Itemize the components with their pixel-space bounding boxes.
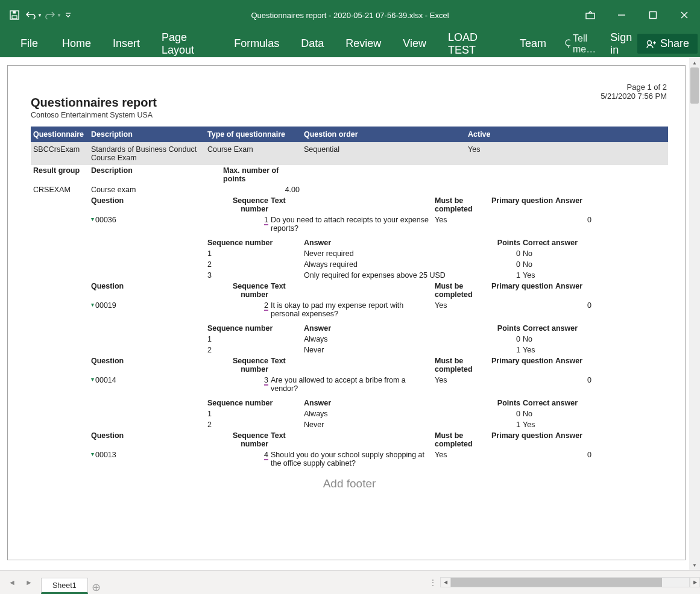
question-text: It is okay to pad my expense report with… <box>271 301 435 318</box>
quick-access-toolbar: ▼ ▼ <box>0 7 72 23</box>
new-sheet-button[interactable]: ⊕ <box>88 581 105 594</box>
lbl-must: Must be completed <box>435 196 491 213</box>
lbl-text: Text <box>271 357 435 365</box>
lbl-question: Question <box>91 357 207 365</box>
validation-tick-icon: ▾ <box>91 301 94 308</box>
lbl-ans-answer: Answer <box>304 399 468 407</box>
tab-formulas[interactable]: Formulas <box>223 31 290 56</box>
ribbon-display-options-button[interactable] <box>575 0 606 30</box>
horizontal-scroll-thumb[interactable] <box>451 578 662 587</box>
minimize-button[interactable] <box>606 0 637 30</box>
lbl-question: Question <box>91 282 207 290</box>
horizontal-scroll-area: ⋮ ◀ ▶ <box>426 571 700 594</box>
lbl-answer: Answer <box>555 282 591 290</box>
tab-home[interactable]: Home <box>51 31 102 56</box>
tab-review[interactable]: Review <box>335 31 392 56</box>
cell-active: Yes <box>468 145 558 154</box>
lbl-text: Text <box>271 282 435 290</box>
answer-correct: No <box>523 249 613 258</box>
answer-row: 1 Never required 0 No <box>31 248 668 259</box>
answer-correct: Yes <box>523 420 613 429</box>
sign-in-button[interactable]: Sign in <box>605 29 637 59</box>
answer-seq: 3 <box>207 271 304 280</box>
lbl-answer: Answer <box>555 196 591 205</box>
scroll-down-button[interactable]: ▼ <box>689 560 700 570</box>
vertical-scrollbar[interactable]: ▲ ▼ <box>689 58 700 570</box>
share-icon <box>646 39 657 49</box>
sheet-nav-last[interactable]: ► <box>20 574 37 591</box>
lbl-seqnum: Sequence number <box>207 357 271 374</box>
answer-points: 0 <box>468 410 523 418</box>
tab-view[interactable]: View <box>392 31 437 56</box>
question-row: ▾00036 1 Do you need to attach receipts … <box>31 214 668 234</box>
close-button[interactable] <box>669 0 700 30</box>
window-controls <box>575 0 700 30</box>
answer-seq: 1 <box>207 410 304 418</box>
page-timestamp: 5/21/2020 7:56 PM <box>601 92 667 101</box>
tell-me-search[interactable]: Tell me… <box>557 30 605 58</box>
lbl-question: Question <box>91 196 207 205</box>
sheet-nav: ◄ ► <box>0 571 41 594</box>
questionnaire-header-row: Questionnaire Description Type of questi… <box>31 127 668 142</box>
lbl-ans-points: Points <box>468 399 523 407</box>
svg-point-9 <box>566 40 570 46</box>
lbl-primary: Primary question <box>491 357 555 365</box>
share-button[interactable]: Share <box>637 34 698 54</box>
svg-rect-4 <box>586 13 594 19</box>
print-page[interactable]: Page 1 of 2 5/21/2020 7:56 PM Questionna… <box>7 65 686 560</box>
sheet-tab-sheet1[interactable]: Sheet1 <box>41 578 88 594</box>
question-answer-val: 0 <box>555 451 591 459</box>
tab-insert[interactable]: Insert <box>102 31 151 56</box>
question-row: ▾00014 3 Are you allowed to accept a bri… <box>31 375 668 394</box>
tab-load-test[interactable]: LOAD TEST <box>437 25 509 63</box>
redo-dropdown-caret: ▼ <box>57 13 61 18</box>
tell-me-label: Tell me… <box>573 33 599 55</box>
maximize-button[interactable] <box>637 0 669 30</box>
question-must: Yes <box>435 376 491 384</box>
vertical-scroll-thumb[interactable] <box>690 67 699 104</box>
add-footer-placeholder[interactable]: Add footer <box>31 477 668 490</box>
save-button[interactable] <box>6 7 23 23</box>
svg-rect-2 <box>13 11 16 14</box>
horizontal-scrollbar[interactable] <box>450 577 690 587</box>
lbl-description: Description <box>91 166 207 175</box>
lbl-ans-points: Points <box>468 324 523 333</box>
lbl-ans-seq: Sequence number <box>207 399 304 407</box>
question-id: ▾00019 <box>91 301 207 310</box>
undo-dropdown-caret[interactable]: ▼ <box>37 13 42 18</box>
sheet-tabs: Sheet1 ⊕ <box>41 571 105 594</box>
question-seq: 1 <box>207 216 271 225</box>
answer-points: 1 <box>468 271 523 280</box>
scroll-up-button[interactable]: ▲ <box>689 58 700 67</box>
lbl-ans-correct: Correct answer <box>523 399 613 407</box>
answer-seq: 1 <box>207 249 304 258</box>
question-text: Should you do your school supply shoppin… <box>271 451 435 467</box>
undo-button[interactable]: ▼ <box>25 7 42 23</box>
question-must: Yes <box>435 216 491 224</box>
lbl-ans-seq: Sequence number <box>207 239 304 247</box>
question-must: Yes <box>435 301 491 310</box>
lbl-result-group: Result group <box>31 166 91 175</box>
answer-seq: 2 <box>207 346 304 354</box>
window-title: Questionnaires report - 2020-05-21 07-56… <box>251 11 449 20</box>
qat-customize-button[interactable] <box>64 7 72 23</box>
tab-file[interactable]: File <box>10 31 51 56</box>
document-viewport: Page 1 of 2 5/21/2020 7:56 PM Questionna… <box>0 58 700 570</box>
lbl-text: Text <box>271 431 435 440</box>
question-row: ▾00013 4 Should you do your school suppl… <box>31 449 668 469</box>
answer-seq: 2 <box>207 420 304 429</box>
lbl-ans-points: Points <box>468 239 523 247</box>
svg-rect-1 <box>12 16 17 19</box>
tab-data[interactable]: Data <box>290 31 335 56</box>
lbl-max-points: Max. number of points <box>207 166 302 183</box>
sheet-nav-first[interactable]: ◄ <box>4 574 20 591</box>
result-code: CRSEXAM <box>31 186 91 194</box>
tab-team[interactable]: Team <box>509 31 557 56</box>
tab-page-layout[interactable]: Page Layout <box>151 25 223 63</box>
lbl-ans-correct: Correct answer <box>523 324 613 333</box>
question-header-row: Question Sequence number Text Must be co… <box>31 281 668 300</box>
scroll-right-button[interactable]: ▶ <box>690 577 700 587</box>
sheet-bar-resize-handle[interactable]: ⋮ <box>426 578 440 587</box>
scroll-left-button[interactable]: ◀ <box>440 577 450 587</box>
result-data-row: CRSEXAM Course exam 4.00 <box>31 184 668 195</box>
